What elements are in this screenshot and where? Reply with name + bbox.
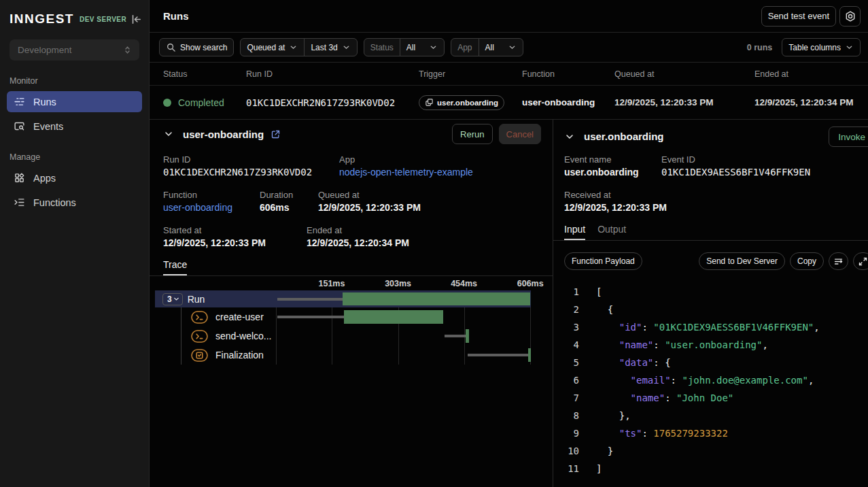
environment-select[interactable]: Development: [10, 39, 139, 61]
runs-table: Status Run ID Trigger Function Queued at…: [150, 63, 868, 120]
trace-axis-tick: 606ms: [517, 279, 544, 288]
copy-button[interactable]: Copy: [790, 252, 824, 270]
table-row[interactable]: Completed 01KC1DEXCHR2N617Z93RK0VD02 use…: [150, 86, 868, 120]
col-function: Function: [522, 69, 614, 79]
send-to-dev-server-button[interactable]: Send to Dev Server: [699, 252, 785, 270]
trace-waterfall: 151ms303ms454ms606ms 3Runcreate-usersend…: [155, 276, 531, 365]
topbar: Runs Send test event: [150, 0, 868, 33]
chevrons-up-down-icon: [122, 45, 133, 55]
tab-input[interactable]: Input: [564, 224, 585, 240]
status-dot: [163, 99, 171, 107]
external-link-icon[interactable]: [271, 129, 281, 139]
queued-at-field-select[interactable]: Queued at: [241, 39, 304, 56]
queued-at-value: 12/9/2025, 12:20:33 PM: [318, 202, 421, 213]
sidebar-section-monitor: Monitor: [10, 76, 139, 86]
trace-row[interactable]: 3Run: [155, 290, 531, 307]
app-filter-value: All: [485, 43, 494, 52]
ended-at-value: 12/9/2025, 12:20:34 PM: [307, 237, 409, 248]
trace-axis-tick: 454ms: [451, 279, 477, 288]
ended-at-label: Ended at: [307, 225, 409, 235]
trace-row-name: create-user: [215, 312, 264, 322]
run-id-value: 01KC1DEXCHR2N617Z93RK0VD02: [163, 167, 339, 178]
expand-button[interactable]: [853, 252, 868, 270]
show-search-button[interactable]: Show search: [159, 38, 234, 56]
trace-row[interactable]: Finalization: [155, 346, 531, 365]
status-filter-value: All: [406, 43, 415, 52]
chevron-down-icon: [289, 43, 298, 52]
code-line: 7 "name": "John Doe": [564, 389, 868, 407]
trace-tabbar: Trace: [150, 259, 553, 276]
time-range-select[interactable]: Last 3d: [304, 39, 356, 56]
col-ended-at: Ended at: [754, 69, 868, 79]
rerun-button[interactable]: Rerun: [452, 124, 492, 144]
send-test-event-button[interactable]: Send test event: [761, 6, 836, 27]
wrap-text-button[interactable]: [829, 252, 848, 270]
function-link[interactable]: user-onboarding: [163, 202, 260, 213]
received-at-label: Received at: [564, 190, 667, 200]
status-filter-select[interactable]: All: [400, 39, 444, 56]
tab-output[interactable]: Output: [597, 224, 626, 240]
code-line: 8 },: [564, 407, 868, 424]
collapse-sidebar-icon[interactable]: [131, 14, 142, 25]
line-number: 8: [564, 410, 579, 421]
filter-queued-at-label: Queued at: [247, 43, 285, 52]
event-id-label: Event ID: [661, 154, 810, 165]
trigger-name: user.onboarding: [437, 99, 498, 107]
trigger-pill[interactable]: user.onboarding: [419, 95, 504, 110]
run-id-label: Run ID: [163, 154, 339, 165]
received-at-value: 12/9/2025, 12:20:33 PM: [564, 202, 667, 213]
chevron-down-icon: [429, 43, 438, 52]
invoke-button[interactable]: Invoke: [829, 127, 868, 147]
collapse-run-chevron-icon[interactable]: [163, 129, 174, 139]
inngest-logo: INNGEST: [10, 12, 74, 27]
sidebar-item-label: Apps: [33, 173, 56, 184]
trace-axis-tick: 151ms: [319, 279, 345, 288]
app-filter-select[interactable]: All: [479, 39, 523, 56]
sidebar: INNGEST DEV SERVER Development Monitor R…: [0, 0, 150, 487]
app-filter: App All: [451, 38, 523, 56]
wrap-text-icon: [833, 256, 844, 267]
event-trigger-icon: [425, 98, 434, 107]
duration-label: Duration: [260, 190, 318, 200]
table-header: Status Run ID Trigger Function Queued at…: [150, 63, 868, 86]
sidebar-item-functions[interactable]: Functions: [7, 192, 142, 213]
chevron-down-icon: [342, 43, 351, 52]
code-toolbar: Function Payload Send to Dev Server Copy: [553, 241, 868, 270]
trace-axis: 151ms303ms454ms606ms: [155, 276, 531, 290]
code-line: 6 "email": "john.doe@example.com",: [564, 371, 868, 389]
sidebar-item-apps[interactable]: Apps: [7, 167, 142, 188]
gear-icon: [844, 10, 856, 22]
payload-code-editor[interactable]: 1[2 {3 "id": "01KC1DEX9AESS6BF1V46FFK9EN…: [553, 283, 868, 477]
trace-row[interactable]: create-user: [155, 307, 531, 326]
collapse-event-chevron-icon[interactable]: [564, 131, 575, 142]
sidebar-item-label: Events: [33, 121, 63, 132]
table-columns-label: Table columns: [788, 43, 841, 52]
sidebar-item-runs[interactable]: Runs: [7, 91, 142, 112]
main-content: Runs Send test event Show search: [150, 0, 868, 487]
terminal-step-icon: [191, 311, 208, 324]
cancel-button[interactable]: Cancel: [499, 124, 541, 144]
line-number: 3: [564, 322, 579, 333]
event-title: user.onboarding: [584, 131, 664, 142]
settings-button[interactable]: [839, 6, 861, 27]
line-number: 6: [564, 375, 579, 386]
trace-queue-bar: [277, 316, 344, 318]
app-label: App: [339, 154, 473, 165]
table-columns-select[interactable]: Table columns: [782, 38, 861, 56]
tab-trace[interactable]: Trace: [163, 259, 187, 275]
event-name-value: user.onboarding: [564, 167, 661, 178]
trace-row[interactable]: send-welco...: [155, 326, 531, 346]
line-number: 11: [564, 463, 579, 474]
trace-axis-tick: 303ms: [385, 279, 411, 288]
status-filter-label-seg: Status: [364, 39, 400, 56]
code-line: 11]: [564, 460, 868, 477]
function-payload-button[interactable]: Function Payload: [564, 252, 642, 270]
environment-select-value: Development: [18, 45, 72, 55]
col-trigger: Trigger: [419, 69, 522, 79]
app-link[interactable]: nodejs-open-telemetry-example: [339, 167, 473, 178]
sidebar-item-events[interactable]: Events: [7, 116, 142, 137]
sidebar-item-label: Functions: [33, 197, 76, 208]
code-line: 9 "ts": 1765279233322: [564, 424, 868, 442]
expand-steps-toggle[interactable]: 3: [162, 293, 183, 305]
status-filter-label: Status: [370, 43, 394, 52]
